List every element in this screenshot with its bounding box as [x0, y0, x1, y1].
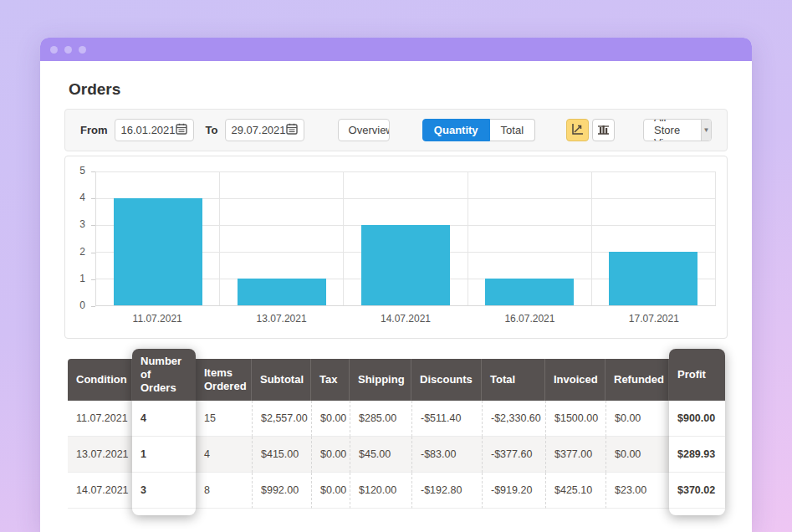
- table-cell: -$377.60: [482, 437, 545, 473]
- table-cell: $370.02: [669, 473, 725, 509]
- filter-toolbar: From 16.01.2021 To 29.07.2021 Overview ▼…: [64, 109, 728, 151]
- total-toggle-button[interactable]: Total: [490, 119, 535, 141]
- column-header-number-of-orders[interactable]: Number of Orders: [132, 349, 196, 401]
- table-cell: 4: [196, 437, 252, 473]
- column-header-shipping[interactable]: Shipping: [350, 359, 411, 401]
- column-header-refunded[interactable]: Refunded: [605, 359, 669, 401]
- x-axis: 11.07.202113.07.202114.07.202116.07.2021…: [95, 306, 716, 325]
- x-axis-label: 13.07.2021: [219, 306, 343, 325]
- to-date-input[interactable]: 29.07.2021: [225, 119, 304, 141]
- table-column-profit: Profit$900.00$289.93$370.02: [669, 349, 725, 515]
- store-view-select[interactable]: All Store Views ▼: [643, 119, 712, 141]
- column-header-tax[interactable]: Tax: [311, 359, 350, 401]
- y-axis-tick-label: 3: [65, 218, 95, 230]
- table-column-number-of-orders: Number of Orders413: [132, 349, 196, 515]
- page-title: Orders: [69, 80, 728, 99]
- y-axis: 012345: [65, 171, 95, 306]
- to-date-value: 29.07.2021: [232, 124, 286, 136]
- quantity-toggle-button[interactable]: Quantity: [422, 119, 490, 141]
- table-column-invoiced: Invoiced$1500.00$377.00$425.10: [545, 359, 605, 509]
- table-cell: 3: [132, 473, 196, 509]
- chart-column: [592, 171, 716, 305]
- table-cell: $900.00: [669, 401, 725, 437]
- metric-toggle: Quantity Total: [422, 119, 535, 141]
- from-date-input[interactable]: 16.01.2021: [115, 119, 194, 141]
- page-content: Orders From 16.01.2021 To 29.07.2021 Ove…: [40, 80, 752, 515]
- table-cell: -$511.40: [411, 401, 482, 437]
- table-cell: $992.00: [252, 473, 311, 509]
- x-axis-label: 11.07.2021: [95, 306, 219, 325]
- table-cell: $0.00: [311, 473, 350, 509]
- line-chart-button[interactable]: [566, 119, 589, 141]
- table-cell: $45.00: [350, 437, 411, 473]
- chart-type-buttons: [566, 119, 615, 141]
- chart-column: [220, 171, 344, 305]
- window-control-dot[interactable]: [79, 46, 86, 54]
- window-control-dot[interactable]: [50, 46, 58, 54]
- table-cell: 11.07.2021: [68, 401, 132, 437]
- column-header-discounts[interactable]: Discounts: [411, 359, 482, 401]
- column-header-items-ordered[interactable]: Items Ordered: [196, 359, 252, 401]
- table-column-condition: Condition11.07.202113.07.202114.07.2021: [68, 359, 132, 509]
- table-cell: $0.00: [605, 401, 669, 437]
- chart-bar: [485, 279, 574, 305]
- table-cell: $289.93: [669, 437, 725, 473]
- y-axis-tick-label: 5: [65, 165, 95, 176]
- chart-bar: [609, 252, 697, 305]
- period-select[interactable]: Overview ▼: [338, 119, 390, 141]
- to-label: To: [206, 124, 218, 136]
- period-select-value: Overview: [339, 120, 390, 141]
- table-cell: $0.00: [311, 401, 350, 437]
- table-cell: $415.00: [252, 437, 311, 473]
- y-axis-tick-label: 4: [65, 192, 95, 203]
- table-column-shipping: Shipping$285.00$45.00$120.00: [350, 359, 411, 509]
- window-titlebar[interactable]: [40, 38, 752, 61]
- table-cell: 8: [196, 473, 252, 509]
- table-cell: 1: [132, 437, 196, 473]
- bar-chart-button[interactable]: [592, 119, 615, 141]
- x-axis-label: 17.07.2021: [592, 306, 716, 325]
- table-cell: $0.00: [605, 437, 669, 473]
- y-axis-tick-label: 2: [65, 246, 95, 258]
- table-cell: -$192.80: [411, 473, 482, 509]
- table-cell: 14.07.2021: [68, 473, 132, 509]
- orders-bar-chart: 012345 11.07.202113.07.202114.07.202116.…: [64, 156, 728, 339]
- column-header-condition[interactable]: Condition: [68, 359, 132, 401]
- table-cell: $425.10: [545, 473, 605, 509]
- table-cell: $2,557.00: [252, 401, 311, 437]
- table-cell: $377.00: [545, 437, 605, 473]
- column-header-profit[interactable]: Profit: [669, 349, 725, 401]
- table-cell: -$2,330.60: [482, 401, 545, 437]
- table-column-items-ordered: Items Ordered1548: [196, 359, 252, 509]
- table-cell: $23.00: [605, 473, 669, 509]
- app-window: Orders From 16.01.2021 To 29.07.2021 Ove…: [40, 38, 752, 532]
- chart-bar: [114, 198, 202, 305]
- column-header-invoiced[interactable]: Invoiced: [545, 359, 605, 401]
- table-column-discounts: Discounts-$511.40-$83.00-$192.80: [411, 359, 482, 509]
- table-cell: -$919.20: [482, 473, 545, 509]
- y-axis-tick-label: 1: [65, 273, 95, 284]
- bar-chart-icon: [597, 123, 610, 138]
- window-control-dot[interactable]: [64, 46, 72, 54]
- y-axis-tick-label: 0: [65, 299, 95, 311]
- x-axis-label: 16.07.2021: [468, 306, 591, 325]
- from-date-value: 16.01.2021: [121, 124, 176, 136]
- table-cell: -$83.00: [411, 437, 482, 473]
- table-cell: 13.07.2021: [68, 437, 132, 473]
- table-cell: 4: [132, 401, 196, 437]
- column-header-subtotal[interactable]: Subtotal: [252, 359, 311, 401]
- table-cell: $1500.00: [545, 401, 605, 437]
- chart-plot-area: [95, 171, 716, 306]
- chart-column: [96, 171, 220, 305]
- chevron-down-icon[interactable]: ▼: [701, 120, 711, 141]
- chart-bar: [238, 279, 326, 305]
- table-cell: 15: [196, 401, 252, 437]
- store-view-select-value: All Store Views: [644, 120, 701, 141]
- calendar-icon[interactable]: [176, 123, 187, 137]
- orders-report-table: Condition11.07.202113.07.202114.07.2021N…: [68, 359, 728, 515]
- table-column-subtotal: Subtotal$2,557.00$415.00$992.00: [252, 359, 311, 509]
- calendar-icon[interactable]: [286, 123, 298, 137]
- column-header-total[interactable]: Total: [482, 359, 545, 401]
- chart-column: [468, 171, 592, 305]
- table-cell: $120.00: [350, 473, 411, 509]
